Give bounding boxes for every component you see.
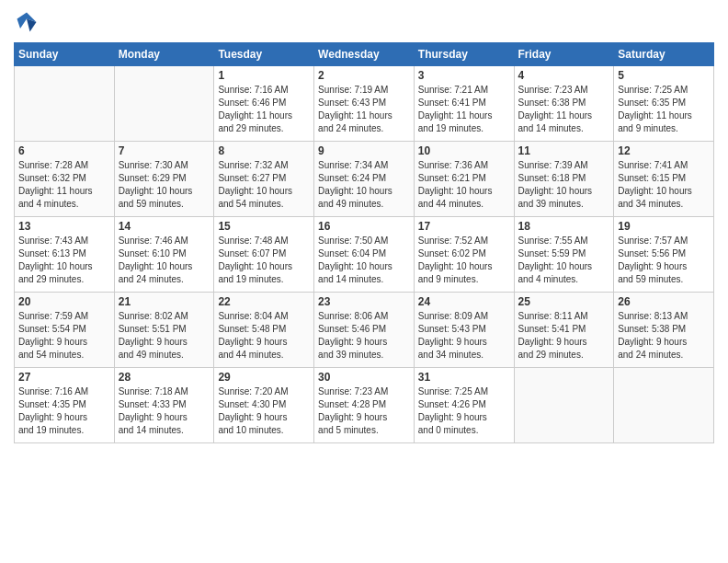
calendar-cell: 10Sunrise: 7:36 AMSunset: 6:21 PMDayligh… [414,142,514,217]
day-number: 29 [218,371,310,384]
logo-icon [14,9,40,35]
calendar-cell [514,368,614,443]
day-number: 30 [318,371,410,384]
day-number: 20 [18,295,110,308]
cell-text: Sunrise: 7:18 AMSunset: 4:33 PMDaylight:… [119,385,210,437]
calendar-day-header: Saturday [614,43,714,66]
cell-text: Sunrise: 7:25 AMSunset: 6:35 PMDaylight:… [618,84,710,135]
cell-text: Sunrise: 7:57 AMSunset: 5:56 PMDaylight:… [618,235,710,286]
day-number: 25 [518,295,610,308]
day-number: 19 [618,220,710,233]
calendar-cell [114,66,214,142]
day-number: 16 [318,220,410,233]
day-number: 27 [18,371,110,384]
day-number: 9 [318,144,410,157]
page: SundayMondayTuesdayWednesdayThursdayFrid… [0,0,728,563]
cell-text: Sunrise: 7:39 AMSunset: 6:18 PMDaylight:… [518,159,610,211]
calendar-cell: 20Sunrise: 7:59 AMSunset: 5:54 PMDayligh… [15,293,115,368]
calendar-cell: 17Sunrise: 7:52 AMSunset: 6:02 PMDayligh… [414,217,514,293]
calendar-cell: 5Sunrise: 7:25 AMSunset: 6:35 PMDaylight… [614,66,714,142]
cell-text: Sunrise: 8:02 AMSunset: 5:51 PMDaylight:… [119,310,210,362]
calendar-cell [15,66,115,142]
cell-text: Sunrise: 7:21 AMSunset: 6:41 PMDaylight:… [418,84,510,135]
calendar-cell: 31Sunrise: 7:25 AMSunset: 4:26 PMDayligh… [414,368,514,443]
calendar-cell: 1Sunrise: 7:16 AMSunset: 6:46 PMDaylight… [214,66,314,142]
cell-text: Sunrise: 7:23 AMSunset: 6:38 PMDaylight:… [518,84,610,135]
calendar-cell: 9Sunrise: 7:34 AMSunset: 6:24 PMDaylight… [314,142,415,217]
calendar-day-header: Sunday [15,43,115,66]
cell-text: Sunrise: 7:32 AMSunset: 6:27 PMDaylight:… [218,159,310,211]
calendar-day-header: Thursday [414,43,514,66]
calendar-cell: 14Sunrise: 7:46 AMSunset: 6:10 PMDayligh… [114,217,214,293]
cell-text: Sunrise: 7:34 AMSunset: 6:24 PMDaylight:… [318,159,410,211]
calendar-cell: 30Sunrise: 7:23 AMSunset: 4:28 PMDayligh… [314,368,415,443]
calendar-cell: 2Sunrise: 7:19 AMSunset: 6:43 PMDaylight… [314,66,415,142]
day-number: 3 [418,69,510,82]
day-number: 2 [318,69,410,82]
day-number: 6 [18,144,110,157]
calendar-day-header: Tuesday [214,43,314,66]
calendar-week-row: 27Sunrise: 7:16 AMSunset: 4:35 PMDayligh… [15,368,714,443]
cell-text: Sunrise: 7:41 AMSunset: 6:15 PMDaylight:… [618,159,710,211]
calendar-header-row: SundayMondayTuesdayWednesdayThursdayFrid… [15,43,714,66]
day-number: 17 [418,220,510,233]
calendar-cell: 11Sunrise: 7:39 AMSunset: 6:18 PMDayligh… [514,142,614,217]
cell-text: Sunrise: 7:50 AMSunset: 6:04 PMDaylight:… [318,235,410,286]
day-number: 28 [119,371,210,384]
cell-text: Sunrise: 7:55 AMSunset: 5:59 PMDaylight:… [518,235,610,286]
cell-text: Sunrise: 7:36 AMSunset: 6:21 PMDaylight:… [418,159,510,211]
calendar-cell: 28Sunrise: 7:18 AMSunset: 4:33 PMDayligh… [114,368,214,443]
cell-text: Sunrise: 8:06 AMSunset: 5:46 PMDaylight:… [318,310,410,362]
calendar-cell: 21Sunrise: 8:02 AMSunset: 5:51 PMDayligh… [114,293,214,368]
cell-text: Sunrise: 7:25 AMSunset: 4:26 PMDaylight:… [418,385,510,437]
cell-text: Sunrise: 7:16 AMSunset: 4:35 PMDaylight:… [18,385,110,437]
cell-text: Sunrise: 7:28 AMSunset: 6:32 PMDaylight:… [18,159,110,211]
cell-text: Sunrise: 7:23 AMSunset: 4:28 PMDaylight:… [318,385,410,437]
day-number: 4 [518,69,610,82]
header [14,9,714,35]
cell-text: Sunrise: 8:11 AMSunset: 5:41 PMDaylight:… [518,310,610,362]
calendar-day-header: Friday [514,43,614,66]
calendar-week-row: 13Sunrise: 7:43 AMSunset: 6:13 PMDayligh… [15,217,714,293]
calendar-cell: 3Sunrise: 7:21 AMSunset: 6:41 PMDaylight… [414,66,514,142]
calendar-cell: 13Sunrise: 7:43 AMSunset: 6:13 PMDayligh… [15,217,115,293]
calendar-week-row: 6Sunrise: 7:28 AMSunset: 6:32 PMDaylight… [15,142,714,217]
calendar-cell: 29Sunrise: 7:20 AMSunset: 4:30 PMDayligh… [214,368,314,443]
cell-text: Sunrise: 8:13 AMSunset: 5:38 PMDaylight:… [618,310,710,362]
calendar-cell: 6Sunrise: 7:28 AMSunset: 6:32 PMDaylight… [15,142,115,217]
calendar-cell: 24Sunrise: 8:09 AMSunset: 5:43 PMDayligh… [414,293,514,368]
day-number: 7 [119,144,210,157]
calendar-cell: 27Sunrise: 7:16 AMSunset: 4:35 PMDayligh… [15,368,115,443]
day-number: 21 [119,295,210,308]
calendar-cell: 4Sunrise: 7:23 AMSunset: 6:38 PMDaylight… [514,66,614,142]
cell-text: Sunrise: 7:52 AMSunset: 6:02 PMDaylight:… [418,235,510,286]
calendar-cell: 12Sunrise: 7:41 AMSunset: 6:15 PMDayligh… [614,142,714,217]
day-number: 11 [518,144,610,157]
day-number: 12 [618,144,710,157]
calendar-cell: 16Sunrise: 7:50 AMSunset: 6:04 PMDayligh… [314,217,415,293]
day-number: 15 [218,220,310,233]
cell-text: Sunrise: 7:30 AMSunset: 6:29 PMDaylight:… [119,159,210,211]
cell-text: Sunrise: 7:19 AMSunset: 6:43 PMDaylight:… [318,84,410,135]
day-number: 14 [119,220,210,233]
day-number: 8 [218,144,310,157]
calendar-day-header: Monday [114,43,214,66]
calendar-cell: 15Sunrise: 7:48 AMSunset: 6:07 PMDayligh… [214,217,314,293]
cell-text: Sunrise: 7:48 AMSunset: 6:07 PMDaylight:… [218,235,310,286]
logo [14,9,43,35]
calendar-cell: 25Sunrise: 8:11 AMSunset: 5:41 PMDayligh… [514,293,614,368]
calendar-table: SundayMondayTuesdayWednesdayThursdayFrid… [14,42,714,443]
calendar-cell [614,368,714,443]
calendar-cell: 26Sunrise: 8:13 AMSunset: 5:38 PMDayligh… [614,293,714,368]
calendar-week-row: 1Sunrise: 7:16 AMSunset: 6:46 PMDaylight… [15,66,714,142]
cell-text: Sunrise: 7:20 AMSunset: 4:30 PMDaylight:… [218,385,310,437]
cell-text: Sunrise: 8:09 AMSunset: 5:43 PMDaylight:… [418,310,510,362]
cell-text: Sunrise: 8:04 AMSunset: 5:48 PMDaylight:… [218,310,310,362]
calendar-cell: 8Sunrise: 7:32 AMSunset: 6:27 PMDaylight… [214,142,314,217]
day-number: 22 [218,295,310,308]
day-number: 31 [418,371,510,384]
calendar-cell: 23Sunrise: 8:06 AMSunset: 5:46 PMDayligh… [314,293,415,368]
calendar-cell: 18Sunrise: 7:55 AMSunset: 5:59 PMDayligh… [514,217,614,293]
day-number: 10 [418,144,510,157]
day-number: 26 [618,295,710,308]
